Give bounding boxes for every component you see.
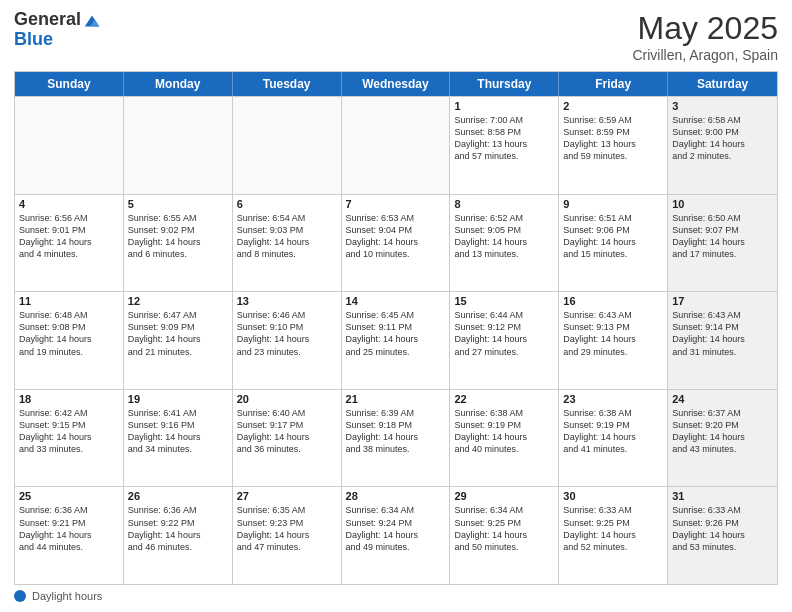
day-number: 9 — [563, 198, 663, 210]
day-cell: 15Sunrise: 6:44 AM Sunset: 9:12 PM Dayli… — [450, 292, 559, 389]
page: General Blue May 2025 Crivillen, Aragon,… — [0, 0, 792, 612]
day-cell: 22Sunrise: 6:38 AM Sunset: 9:19 PM Dayli… — [450, 390, 559, 487]
day-info: Sunrise: 6:51 AM Sunset: 9:06 PM Dayligh… — [563, 212, 663, 261]
calendar-body: 1Sunrise: 7:00 AM Sunset: 8:58 PM Daylig… — [15, 96, 777, 584]
day-number: 24 — [672, 393, 773, 405]
day-cell: 20Sunrise: 6:40 AM Sunset: 9:17 PM Dayli… — [233, 390, 342, 487]
day-info: Sunrise: 6:37 AM Sunset: 9:20 PM Dayligh… — [672, 407, 773, 456]
day-info: Sunrise: 6:44 AM Sunset: 9:12 PM Dayligh… — [454, 309, 554, 358]
logo-blue: Blue — [14, 30, 101, 50]
day-info: Sunrise: 6:34 AM Sunset: 9:25 PM Dayligh… — [454, 504, 554, 553]
day-info: Sunrise: 6:47 AM Sunset: 9:09 PM Dayligh… — [128, 309, 228, 358]
day-number: 16 — [563, 295, 663, 307]
footer-label: Daylight hours — [32, 590, 102, 602]
day-number: 26 — [128, 490, 228, 502]
day-number: 11 — [19, 295, 119, 307]
day-cell — [15, 97, 124, 194]
day-cell: 17Sunrise: 6:43 AM Sunset: 9:14 PM Dayli… — [668, 292, 777, 389]
day-cell: 31Sunrise: 6:33 AM Sunset: 9:26 PM Dayli… — [668, 487, 777, 584]
logo: General Blue — [14, 10, 101, 50]
day-number: 30 — [563, 490, 663, 502]
day-cell: 9Sunrise: 6:51 AM Sunset: 9:06 PM Daylig… — [559, 195, 668, 292]
day-info: Sunrise: 6:41 AM Sunset: 9:16 PM Dayligh… — [128, 407, 228, 456]
day-header-tuesday: Tuesday — [233, 72, 342, 96]
day-number: 10 — [672, 198, 773, 210]
day-cell: 1Sunrise: 7:00 AM Sunset: 8:58 PM Daylig… — [450, 97, 559, 194]
day-number: 15 — [454, 295, 554, 307]
header: General Blue May 2025 Crivillen, Aragon,… — [14, 10, 778, 63]
day-number: 17 — [672, 295, 773, 307]
day-cell: 25Sunrise: 6:36 AM Sunset: 9:21 PM Dayli… — [15, 487, 124, 584]
day-info: Sunrise: 6:54 AM Sunset: 9:03 PM Dayligh… — [237, 212, 337, 261]
day-info: Sunrise: 6:48 AM Sunset: 9:08 PM Dayligh… — [19, 309, 119, 358]
day-cell: 6Sunrise: 6:54 AM Sunset: 9:03 PM Daylig… — [233, 195, 342, 292]
day-info: Sunrise: 6:45 AM Sunset: 9:11 PM Dayligh… — [346, 309, 446, 358]
day-info: Sunrise: 6:55 AM Sunset: 9:02 PM Dayligh… — [128, 212, 228, 261]
day-header-sunday: Sunday — [15, 72, 124, 96]
week-row-3: 11Sunrise: 6:48 AM Sunset: 9:08 PM Dayli… — [15, 291, 777, 389]
week-row-1: 1Sunrise: 7:00 AM Sunset: 8:58 PM Daylig… — [15, 96, 777, 194]
day-number: 22 — [454, 393, 554, 405]
day-number: 1 — [454, 100, 554, 112]
day-number: 27 — [237, 490, 337, 502]
month-title: May 2025 — [632, 10, 778, 47]
day-cell: 4Sunrise: 6:56 AM Sunset: 9:01 PM Daylig… — [15, 195, 124, 292]
day-info: Sunrise: 6:38 AM Sunset: 9:19 PM Dayligh… — [563, 407, 663, 456]
day-number: 13 — [237, 295, 337, 307]
day-cell: 27Sunrise: 6:35 AM Sunset: 9:23 PM Dayli… — [233, 487, 342, 584]
daylight-icon — [14, 590, 26, 602]
day-cell — [342, 97, 451, 194]
day-cell: 18Sunrise: 6:42 AM Sunset: 9:15 PM Dayli… — [15, 390, 124, 487]
day-cell: 21Sunrise: 6:39 AM Sunset: 9:18 PM Dayli… — [342, 390, 451, 487]
day-info: Sunrise: 6:36 AM Sunset: 9:21 PM Dayligh… — [19, 504, 119, 553]
day-info: Sunrise: 6:33 AM Sunset: 9:25 PM Dayligh… — [563, 504, 663, 553]
day-number: 25 — [19, 490, 119, 502]
day-cell: 10Sunrise: 6:50 AM Sunset: 9:07 PM Dayli… — [668, 195, 777, 292]
day-header-thursday: Thursday — [450, 72, 559, 96]
day-number: 12 — [128, 295, 228, 307]
day-cell: 12Sunrise: 6:47 AM Sunset: 9:09 PM Dayli… — [124, 292, 233, 389]
day-info: Sunrise: 6:35 AM Sunset: 9:23 PM Dayligh… — [237, 504, 337, 553]
day-number: 4 — [19, 198, 119, 210]
logo-icon — [83, 12, 101, 30]
day-header-friday: Friday — [559, 72, 668, 96]
week-row-5: 25Sunrise: 6:36 AM Sunset: 9:21 PM Dayli… — [15, 486, 777, 584]
day-info: Sunrise: 6:36 AM Sunset: 9:22 PM Dayligh… — [128, 504, 228, 553]
day-number: 8 — [454, 198, 554, 210]
day-number: 2 — [563, 100, 663, 112]
day-number: 31 — [672, 490, 773, 502]
day-cell: 13Sunrise: 6:46 AM Sunset: 9:10 PM Dayli… — [233, 292, 342, 389]
day-number: 19 — [128, 393, 228, 405]
day-cell: 30Sunrise: 6:33 AM Sunset: 9:25 PM Dayli… — [559, 487, 668, 584]
day-info: Sunrise: 6:53 AM Sunset: 9:04 PM Dayligh… — [346, 212, 446, 261]
day-number: 5 — [128, 198, 228, 210]
day-cell: 16Sunrise: 6:43 AM Sunset: 9:13 PM Dayli… — [559, 292, 668, 389]
day-number: 18 — [19, 393, 119, 405]
day-info: Sunrise: 6:52 AM Sunset: 9:05 PM Dayligh… — [454, 212, 554, 261]
day-headers: SundayMondayTuesdayWednesdayThursdayFrid… — [15, 72, 777, 96]
day-info: Sunrise: 7:00 AM Sunset: 8:58 PM Dayligh… — [454, 114, 554, 163]
day-number: 28 — [346, 490, 446, 502]
day-cell: 2Sunrise: 6:59 AM Sunset: 8:59 PM Daylig… — [559, 97, 668, 194]
day-number: 14 — [346, 295, 446, 307]
day-info: Sunrise: 6:34 AM Sunset: 9:24 PM Dayligh… — [346, 504, 446, 553]
day-info: Sunrise: 6:40 AM Sunset: 9:17 PM Dayligh… — [237, 407, 337, 456]
day-info: Sunrise: 6:42 AM Sunset: 9:15 PM Dayligh… — [19, 407, 119, 456]
day-cell: 29Sunrise: 6:34 AM Sunset: 9:25 PM Dayli… — [450, 487, 559, 584]
day-info: Sunrise: 6:33 AM Sunset: 9:26 PM Dayligh… — [672, 504, 773, 553]
calendar: SundayMondayTuesdayWednesdayThursdayFrid… — [14, 71, 778, 585]
title-block: May 2025 Crivillen, Aragon, Spain — [632, 10, 778, 63]
day-info: Sunrise: 6:43 AM Sunset: 9:13 PM Dayligh… — [563, 309, 663, 358]
day-cell: 5Sunrise: 6:55 AM Sunset: 9:02 PM Daylig… — [124, 195, 233, 292]
logo-general: General — [14, 10, 81, 30]
logo-text: General Blue — [14, 10, 101, 50]
day-cell: 26Sunrise: 6:36 AM Sunset: 9:22 PM Dayli… — [124, 487, 233, 584]
day-cell — [124, 97, 233, 194]
day-info: Sunrise: 6:38 AM Sunset: 9:19 PM Dayligh… — [454, 407, 554, 456]
day-header-saturday: Saturday — [668, 72, 777, 96]
day-cell: 28Sunrise: 6:34 AM Sunset: 9:24 PM Dayli… — [342, 487, 451, 584]
day-header-wednesday: Wednesday — [342, 72, 451, 96]
day-info: Sunrise: 6:50 AM Sunset: 9:07 PM Dayligh… — [672, 212, 773, 261]
day-cell: 19Sunrise: 6:41 AM Sunset: 9:16 PM Dayli… — [124, 390, 233, 487]
day-cell — [233, 97, 342, 194]
